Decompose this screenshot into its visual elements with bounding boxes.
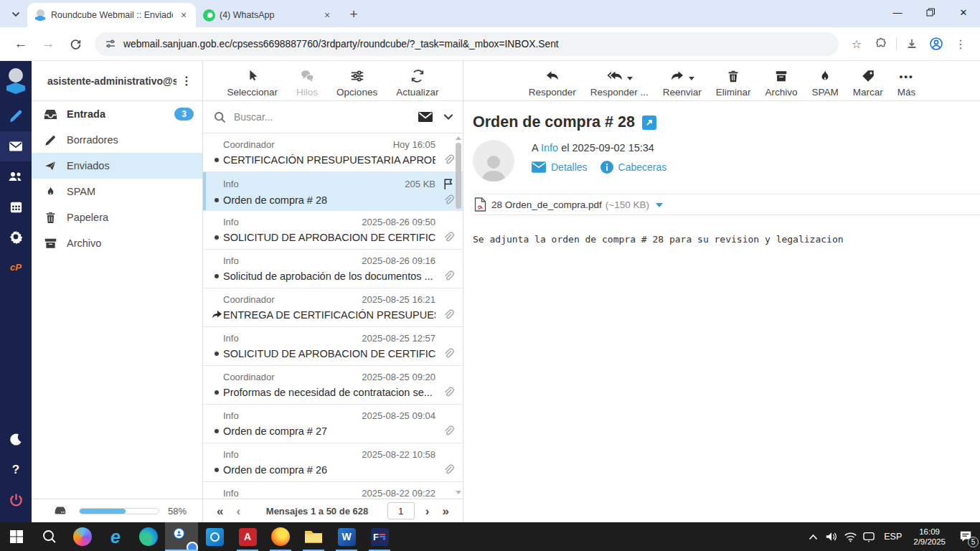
keyboard-language[interactable]: ESP (878, 532, 908, 542)
message-row[interactable]: CoordinadorHoy 16:05CERTIFICACIÓN PRESUP… (203, 133, 463, 172)
folder-item-borradores[interactable]: Borradores (32, 127, 202, 153)
scroll-down-icon[interactable] (455, 490, 462, 496)
flag-icon[interactable] (443, 178, 454, 190)
message-row[interactable]: Info2025-08-25 09:04Orden de compra # 27 (203, 405, 463, 443)
calendar-icon[interactable] (0, 192, 32, 222)
message-row[interactable]: Info2025-08-22 10:58Orden de compra # 26 (203, 443, 463, 482)
message-row[interactable]: Coordinador2025-08-25 16:21ENTREGA DE CE… (203, 288, 463, 327)
mark-button[interactable]: Marcar (853, 67, 883, 98)
cpanel-icon[interactable]: cP (0, 252, 32, 282)
reply-all-button[interactable]: Responder ... (590, 67, 649, 98)
details-button[interactable]: Detalles (532, 161, 588, 173)
attachment-name[interactable]: 28 Orden_de_compra.pdf (491, 199, 602, 210)
account-header[interactable]: asistente-administrativo@sa... ⋮ (32, 61, 202, 101)
copilot-icon[interactable] (66, 522, 99, 551)
forward-caret-icon[interactable] (689, 77, 694, 83)
minimize-button[interactable]: — (881, 0, 914, 24)
message-row[interactable]: Info2025-08-26 09:16Solicitud de aprobac… (203, 250, 463, 288)
message-row[interactable]: Info2025-08-25 12:57SOLICITUD DE APROBAC… (203, 327, 463, 366)
attachment-menu-caret-icon[interactable] (656, 203, 663, 211)
scroll-up-icon[interactable] (455, 135, 462, 141)
chrome-icon[interactable] (165, 522, 198, 551)
tab-close-icon[interactable]: × (177, 9, 190, 22)
tab-close-icon[interactable]: × (321, 9, 334, 22)
browser-tab-whatsapp[interactable]: (4) WhatsApp × (196, 3, 339, 27)
browser-tab-roundcube[interactable]: Roundcube Webmail :: Enviados × (27, 3, 196, 27)
more-button[interactable]: ••• Más (897, 67, 916, 98)
folder-item-enviados[interactable]: Enviados (32, 153, 202, 179)
page-number-input[interactable] (387, 502, 415, 519)
restore-button[interactable] (914, 0, 947, 24)
reply-button[interactable]: Responder (529, 67, 576, 98)
mail-icon[interactable] (0, 131, 32, 161)
folder-item-archivo[interactable]: Archivo (32, 230, 202, 256)
reply-all-caret-icon[interactable] (627, 77, 633, 83)
taskbar-clock[interactable]: 16:09 2/9/2025 (908, 527, 951, 547)
url-field[interactable]: webmail.sanjuan.gob.ec/cpsess6698887760/… (95, 32, 839, 56)
dark-mode-moon-icon[interactable] (0, 425, 32, 455)
contacts-icon[interactable] (0, 161, 32, 192)
archive-button[interactable]: Archivo (765, 67, 798, 98)
message-row[interactable]: Info2025-08-22 09:22 (203, 482, 463, 499)
browser-menu-icon[interactable]: ⋮ (950, 33, 971, 55)
options-button[interactable]: Opciones (336, 67, 377, 98)
notification-center-icon[interactable]: 5 (951, 522, 980, 551)
message-subject: Solicitud de aprobación de los documento… (223, 270, 435, 282)
threads-button[interactable]: Hilos (296, 67, 318, 98)
search-options-chevron-icon[interactable] (443, 111, 454, 123)
acrobat-icon[interactable]: A (231, 522, 264, 551)
reload-icon[interactable] (64, 32, 87, 55)
attachment-row[interactable]: 28 Orden_de_compra.pdf (~150 KB) (473, 194, 980, 215)
account-menu-icon[interactable]: ⋮ (176, 74, 197, 88)
folder-item-spam[interactable]: SPAM (32, 179, 202, 204)
prev-page-icon[interactable]: ‹ (230, 505, 247, 517)
spam-button[interactable]: SPAM (812, 67, 839, 98)
tray-chevron-up-icon[interactable] (804, 522, 822, 551)
roundcube-logo[interactable] (0, 67, 32, 95)
volume-icon[interactable] (822, 522, 841, 551)
first-page-icon[interactable]: « (210, 505, 230, 517)
next-page-icon[interactable]: › (419, 505, 436, 517)
select-button[interactable]: Seleccionar (227, 67, 278, 98)
settings-gear-icon[interactable] (0, 222, 32, 252)
cast-icon[interactable] (859, 522, 878, 551)
extensions-icon[interactable] (870, 33, 892, 55)
search-input[interactable] (234, 111, 417, 123)
profile-icon[interactable] (925, 33, 947, 55)
bookmark-star-icon[interactable]: ☆ (846, 33, 867, 55)
outlook-icon[interactable] (198, 522, 231, 551)
forward-icon[interactable]: → (37, 32, 60, 55)
recipient-link[interactable]: Info (541, 142, 558, 154)
search-scope-mail-icon[interactable] (417, 108, 434, 126)
taskbar-search-icon[interactable] (33, 522, 66, 551)
file-explorer-icon[interactable] (297, 522, 330, 551)
compose-icon[interactable] (0, 101, 32, 131)
delete-button[interactable]: Eliminar (716, 67, 751, 98)
wifi-icon[interactable] (841, 522, 859, 551)
scrollbar[interactable] (453, 133, 463, 499)
headers-button[interactable]: Cabeceras (600, 161, 667, 174)
internet-explorer-icon[interactable]: e (99, 522, 132, 551)
logout-power-icon[interactable] (0, 485, 32, 515)
message-row[interactable]: Info205 KBOrden de compra # 28 (203, 172, 463, 211)
fes-app-icon[interactable]: F (363, 522, 396, 551)
firefox-icon[interactable] (264, 522, 297, 551)
forward-button[interactable]: Reenviar (663, 67, 702, 98)
edge-icon[interactable] (132, 522, 165, 551)
message-row[interactable]: Coordinador2025-08-25 09:20Proformas de … (203, 366, 463, 405)
refresh-button[interactable]: Actualizar (396, 67, 438, 98)
scrollbar-thumb[interactable] (456, 143, 461, 209)
word-icon[interactable]: W (330, 522, 363, 551)
close-button[interactable]: ✕ (947, 0, 980, 24)
open-in-new-window-icon[interactable] (642, 116, 656, 130)
tab-search-button[interactable] (6, 4, 26, 24)
start-button[interactable] (0, 522, 33, 551)
message-row[interactable]: Info2025-08-26 09:50SOLICITUD DE APROBAC… (203, 211, 463, 250)
folder-item-papelera[interactable]: Papelera (32, 204, 202, 230)
help-icon[interactable]: ? (0, 455, 32, 485)
new-tab-button[interactable]: + (344, 4, 364, 24)
folder-item-entrada[interactable]: Entrada3 (32, 101, 202, 127)
back-icon[interactable]: ← (9, 32, 32, 55)
last-page-icon[interactable]: » (436, 505, 456, 517)
downloads-icon[interactable] (901, 33, 923, 55)
